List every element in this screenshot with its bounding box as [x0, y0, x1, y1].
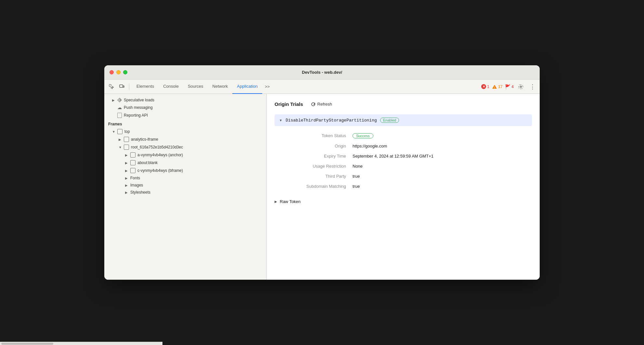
- trial-row[interactable]: ▼ DisableThirdPartyStoragePartitioning E…: [275, 114, 532, 126]
- error-icon: ✕: [481, 84, 486, 89]
- svg-rect-2: [123, 86, 124, 87]
- fonts-label: Fonts: [130, 176, 140, 180]
- more-options-button[interactable]: ⋮: [528, 82, 537, 91]
- arrow-icon: ▶: [112, 98, 116, 102]
- token-status-value: Success: [353, 133, 373, 138]
- sidebar-item-push-messaging[interactable]: ▶ ☁ Push messaging: [104, 104, 266, 111]
- sidebar-item-top[interactable]: ▼ top: [104, 128, 266, 135]
- root-label: root_616a752e1b5d4210d3ec: [131, 145, 183, 149]
- top-arrow: ▼: [112, 130, 116, 134]
- frame-icon-top: [117, 129, 122, 134]
- token-status-label: Token Status: [275, 133, 353, 138]
- raw-token-label: Raw Token: [280, 199, 301, 204]
- fonts-arrow: ▶: [125, 176, 129, 180]
- subdomain-value: true: [353, 184, 360, 189]
- stylesheets-label: Stylesheets: [130, 190, 150, 195]
- anchor-arrow: ▶: [125, 153, 129, 157]
- window-title: DevTools - web.dev/: [302, 70, 342, 75]
- traffic-lights: [109, 70, 127, 74]
- sidebar-item-fonts[interactable]: ▶ Fonts: [104, 174, 266, 182]
- speculative-loads-icon: [117, 98, 122, 102]
- cloud-icon: ☁: [117, 105, 122, 110]
- detail-section: Token Status Success Origin https://goog…: [275, 127, 532, 195]
- tab-application[interactable]: Application: [232, 80, 262, 94]
- blank-arrow: ▶: [125, 161, 129, 165]
- third-party-value: true: [353, 174, 360, 179]
- sidebar-item-root[interactable]: ▼ root_616a752e1b5d4210d3ec: [104, 143, 266, 151]
- sidebar-item-analytics-iframe[interactable]: ▶ analytics-iframe: [104, 135, 266, 143]
- origin-trials-title: Origin Trials: [275, 101, 303, 107]
- sidebar-item-anchor[interactable]: ▶ a-vynmy4vb4wys (anchor): [104, 151, 266, 159]
- content-area: Origin Trials Refresh ▼ DisableThirdPart…: [267, 94, 540, 280]
- tab-elements[interactable]: Elements: [132, 80, 159, 94]
- close-button[interactable]: [109, 70, 114, 74]
- usage-restriction-value: None: [353, 164, 363, 169]
- maximize-button[interactable]: [123, 70, 127, 74]
- detail-row-origin: Origin https://google.com: [275, 141, 532, 151]
- svg-text:!: !: [494, 86, 495, 89]
- frame-icon-bframe: [130, 168, 135, 173]
- about-blank-label: about:blank: [137, 160, 158, 165]
- settings-button[interactable]: [516, 82, 525, 91]
- detail-row-subdomain: Subdomain Matching true: [275, 181, 532, 191]
- bframe-label: c-vynmy4vb4wys (bframe): [137, 168, 183, 173]
- content-inner: Origin Trials Refresh ▼ DisableThirdPart…: [267, 94, 540, 280]
- main-area: ▶ Speculative loads ▶ ☁ Push messaging ▶…: [104, 94, 540, 280]
- third-party-label: Third Party: [275, 174, 353, 179]
- push-messaging-label: Push messaging: [124, 105, 153, 110]
- speculative-loads-label: Speculative loads: [124, 98, 154, 102]
- refresh-button[interactable]: Refresh: [308, 100, 335, 108]
- toolbar-divider: [129, 83, 129, 90]
- sidebar-item-images[interactable]: ▶ Images: [104, 182, 266, 189]
- sidebar-item-reporting-api[interactable]: ▶ Reporting API: [104, 111, 266, 119]
- sidebar-item-about-blank[interactable]: ▶ about:blank: [104, 159, 266, 167]
- detail-row-token-status: Token Status Success: [275, 131, 532, 141]
- more-tabs-button[interactable]: >>: [262, 83, 272, 90]
- warning-icon: !: [492, 84, 497, 89]
- reporting-api-label: Reporting API: [124, 113, 148, 118]
- frame-icon-root: [124, 145, 129, 150]
- top-label: top: [124, 129, 130, 134]
- svg-rect-1: [120, 85, 123, 87]
- sidebar-item-stylesheets[interactable]: ▶ Stylesheets: [104, 189, 266, 196]
- flag-count: 🚩 4: [505, 84, 514, 89]
- raw-token-row[interactable]: ▶ Raw Token: [275, 195, 532, 208]
- stylesheets-arrow: ▶: [125, 191, 129, 194]
- sidebar-item-speculative-loads[interactable]: ▶ Speculative loads: [104, 96, 266, 104]
- detail-row-expiry: Expiry Time September 4, 2024 at 12:59:5…: [275, 151, 532, 161]
- frames-section-header: Frames: [104, 119, 266, 128]
- detail-row-third-party: Third Party true: [275, 171, 532, 181]
- toolbar: Elements Console Sources Network Applica…: [104, 80, 540, 94]
- detail-row-usage-restriction: Usage Restriction None: [275, 161, 532, 171]
- warning-count: ! 17: [492, 84, 502, 89]
- bframe-arrow: ▶: [125, 169, 129, 172]
- tab-network[interactable]: Network: [208, 80, 233, 94]
- enabled-badge: Enabled: [380, 118, 399, 123]
- tab-console[interactable]: Console: [159, 80, 183, 94]
- origin-value: https://google.com: [353, 144, 387, 148]
- root-arrow: ▼: [119, 146, 122, 149]
- toolbar-right: ✕ 1 ! 17 🚩 4 ⋮: [481, 82, 537, 91]
- svg-rect-0: [109, 84, 111, 86]
- usage-restriction-label: Usage Restriction: [275, 164, 353, 169]
- subdomain-label: Subdomain Matching: [275, 184, 353, 189]
- sidebar-item-bframe[interactable]: ▶ c-vynmy4vb4wys (bframe): [104, 167, 266, 174]
- frame-icon-anchor: [130, 152, 135, 158]
- origin-label: Origin: [275, 144, 353, 148]
- frame-icon-blank: [130, 160, 135, 165]
- trial-arrow: ▼: [279, 119, 282, 122]
- titlebar: DevTools - web.dev/: [104, 65, 540, 80]
- analytics-iframe-label: analytics-iframe: [131, 137, 158, 142]
- analytics-arrow: ▶: [119, 138, 122, 141]
- error-count: ✕ 1: [481, 84, 489, 89]
- doc-icon: [117, 113, 122, 118]
- tab-sources[interactable]: Sources: [183, 80, 208, 94]
- toolbar-tabs: Elements Console Sources Network Applica…: [132, 80, 480, 94]
- flag-icon: 🚩: [505, 84, 510, 89]
- device-toggle-button[interactable]: [117, 82, 126, 91]
- inspect-element-button[interactable]: [107, 82, 116, 91]
- images-arrow: ▶: [125, 184, 129, 187]
- sidebar: ▶ Speculative loads ▶ ☁ Push messaging ▶…: [104, 94, 267, 280]
- refresh-icon: [311, 102, 316, 107]
- minimize-button[interactable]: [116, 70, 121, 74]
